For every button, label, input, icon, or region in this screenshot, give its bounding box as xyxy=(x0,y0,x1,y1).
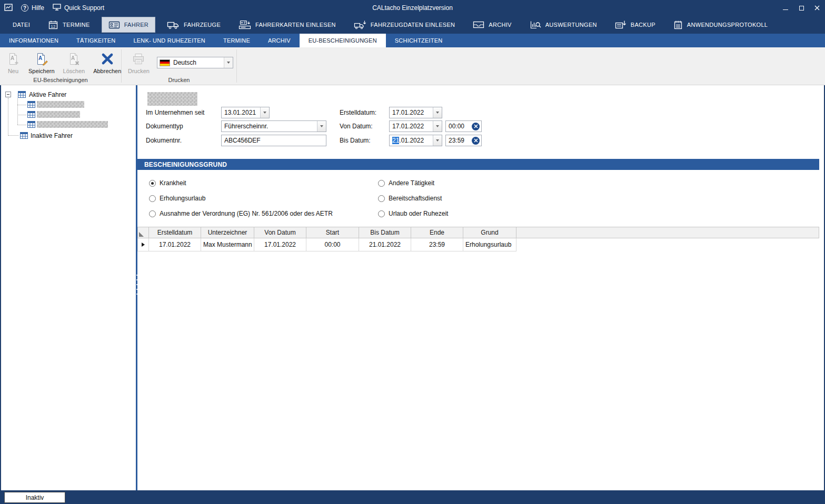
im-unternehmen-seit-label: Im Unternehmen seit xyxy=(146,109,204,116)
im-unternehmen-seit-field[interactable]: 13.01.2021 xyxy=(221,107,270,118)
quick-support-icon xyxy=(53,4,61,12)
cell-bis-datum[interactable]: 21.01.2022 xyxy=(359,238,411,251)
table-row[interactable]: 17.01.2022 Max Mustermann 17.01.2022 00:… xyxy=(137,238,819,251)
von-zeit-field[interactable]: 00:00 xyxy=(445,120,482,132)
ribbon-item-auswertungen[interactable]: AUSWERTUNGEN xyxy=(523,17,603,33)
tab-schichtzeiten[interactable]: SCHICHTZEITEN xyxy=(386,34,452,47)
drucken-label: Drucken xyxy=(128,68,150,74)
tree-item-redacted-driver-3[interactable] xyxy=(1,120,136,129)
ribbon-item-archiv[interactable]: ARCHIV xyxy=(466,17,518,33)
ribbon-item-backup[interactable]: BACKUP xyxy=(609,17,662,33)
col-header-erstelldatum[interactable]: Erstelldatum xyxy=(149,227,201,238)
abbrechen-button[interactable]: Abbrechen xyxy=(90,51,124,75)
chevron-down-icon[interactable] xyxy=(317,121,326,132)
tab-taetigkeiten[interactable]: TÄTIGKEITEN xyxy=(67,34,124,47)
erstelldatum-label: Erstelldatum: xyxy=(340,109,376,116)
clear-time-icon[interactable] xyxy=(472,123,480,130)
tab-informationen[interactable]: INFORMATIONEN xyxy=(0,34,67,47)
row-selector-cell[interactable] xyxy=(137,238,149,251)
bis-datum-label: Bis Datum: xyxy=(340,137,371,144)
ribbon-item-termine[interactable]: 12 TERMINE xyxy=(42,17,96,33)
inaktiv-button[interactable]: Inaktiv xyxy=(4,492,65,503)
german-flag-icon xyxy=(160,59,170,66)
col-header-bis-datum[interactable]: Bis Datum xyxy=(359,227,411,238)
chevron-down-icon[interactable] xyxy=(433,121,442,132)
driver-group-icon xyxy=(18,91,26,99)
radio-ausnahme-verordnung[interactable]: Ausnahme der Verordnung (EG) Nr. 561/200… xyxy=(149,209,333,218)
tab-termine[interactable]: TERMINE xyxy=(214,34,259,47)
collapse-toggle-icon[interactable] xyxy=(5,92,11,97)
close-button[interactable] xyxy=(809,0,825,16)
tree-item-inaktive-fahrer[interactable]: Inaktive Fahrer xyxy=(1,132,136,140)
tree-item-aktive-fahrer[interactable]: Aktive Fahrer xyxy=(1,90,136,99)
cell-ende[interactable]: 23:59 xyxy=(411,238,463,251)
speichern-label: Speichern xyxy=(28,68,55,74)
cell-grund[interactable]: Erholungsurlaub xyxy=(463,238,516,251)
tab-lenk-und-ruhezeiten[interactable]: LENK- UND RUHEZEITEN xyxy=(124,34,214,47)
tree-item-redacted-driver-2[interactable] xyxy=(1,110,136,119)
truck-download-icon xyxy=(354,20,366,29)
radio-erholungsurlaub[interactable]: Erholungsurlaub xyxy=(149,194,205,203)
tab-archiv[interactable]: ARCHIV xyxy=(259,34,300,47)
chevron-down-icon[interactable] xyxy=(433,107,442,118)
bis-zeit-field[interactable]: 23:59 xyxy=(445,135,482,146)
language-select[interactable]: Deutsch xyxy=(157,57,233,68)
neu-button[interactable]: A Neu xyxy=(3,51,23,75)
help-label: Hilfe xyxy=(32,4,44,12)
cell-unterzeichner[interactable]: Max Mustermann xyxy=(201,238,254,251)
maximize-button[interactable] xyxy=(793,0,809,16)
toolbar-group-eu-caption: EU-Bescheinigungen xyxy=(0,77,121,83)
col-header-ende[interactable]: Ende xyxy=(411,227,463,238)
minimize-button[interactable] xyxy=(778,0,793,16)
tab-label: TERMINE xyxy=(223,37,250,44)
statusbar: Inaktiv xyxy=(0,490,825,504)
radio-label: Bereitschaftsdienst xyxy=(389,195,442,202)
chevron-down-icon[interactable] xyxy=(224,57,233,68)
cell-erstelldatum[interactable]: 17.01.2022 xyxy=(149,238,201,251)
ribbon-item-fahrzeuge[interactable]: FAHRZEUGE xyxy=(161,17,227,33)
radio-icon xyxy=(149,195,156,202)
toolbar-separator xyxy=(236,49,237,83)
ribbon-item-fahrer[interactable]: FAHRER xyxy=(102,17,155,33)
cell-start[interactable]: 00:00 xyxy=(306,238,359,251)
erstelldatum-field[interactable]: 17.01.2022 xyxy=(389,107,442,118)
ribbon-item-anwendungsprotokoll[interactable]: ANWENDUNGSPROTOKOLL xyxy=(667,17,774,33)
tab-label: LENK- UND RUHEZEITEN xyxy=(133,37,205,44)
tree-item-redacted-driver-1[interactable] xyxy=(1,100,136,109)
col-header-unterzeichner[interactable]: Unterzeichner xyxy=(201,227,254,238)
radio-krankheit[interactable]: Krankheit xyxy=(149,179,186,187)
col-header-von-datum[interactable]: Von Datum xyxy=(254,227,306,238)
svg-text:12: 12 xyxy=(51,24,56,28)
dokumentnr-input[interactable] xyxy=(221,135,326,146)
radio-urlaub-oder-ruhezeit[interactable]: Urlaub oder Ruhezeit xyxy=(378,209,448,218)
von-zeit-value: 00:00 xyxy=(446,123,472,130)
von-datum-field[interactable]: 17.01.2022 xyxy=(389,120,442,132)
bis-datum-field[interactable]: 21.01.2022 xyxy=(389,135,442,146)
help-icon: ? xyxy=(21,4,28,12)
tab-eu-bescheinigungen[interactable]: EU-BESCHEINIGUNGEN xyxy=(300,34,386,47)
svg-text:A: A xyxy=(38,55,42,61)
quick-support-button[interactable]: Quick Support xyxy=(53,4,104,12)
col-header-start[interactable]: Start xyxy=(306,227,359,238)
loeschen-button[interactable]: A Löschen xyxy=(60,51,88,75)
radio-bereitschaftsdienst[interactable]: Bereitschaftsdienst xyxy=(378,194,442,203)
driver-tree: Aktive Fahrer Inaktive Fahrer xyxy=(1,85,136,490)
cell-von-datum[interactable]: 17.01.2022 xyxy=(254,238,306,251)
drucken-button[interactable]: Drucken xyxy=(125,51,153,75)
help-button[interactable]: ? Hilfe xyxy=(21,4,44,12)
speichern-button[interactable]: A Speichern xyxy=(25,51,58,75)
select-all-cell[interactable] xyxy=(137,227,149,238)
ribbon-item-datei[interactable]: DATEI xyxy=(6,17,36,33)
ribbon-label: BACKUP xyxy=(631,22,655,28)
clear-time-icon[interactable] xyxy=(472,137,480,145)
chevron-down-icon[interactable] xyxy=(433,135,442,146)
maximize-icon xyxy=(799,6,804,11)
dokumenttyp-select[interactable]: Führerscheinnr. xyxy=(221,120,326,132)
ribbon-item-fahrerkarten-einlesen[interactable]: FAHRERKARTEN EINLESEN xyxy=(232,17,342,33)
ribbon-item-fahrzeugdaten-einlesen[interactable]: FAHRZEUGDATEN EINLESEN xyxy=(347,17,461,33)
col-header-grund[interactable]: Grund xyxy=(463,227,516,238)
chevron-down-icon[interactable] xyxy=(260,107,269,118)
ribbon-label: ARCHIV xyxy=(489,22,511,28)
bis-datum-selected-segment: 21 xyxy=(392,137,399,144)
radio-andere-taetigkeit[interactable]: Andere Tätigkeit xyxy=(378,179,434,187)
